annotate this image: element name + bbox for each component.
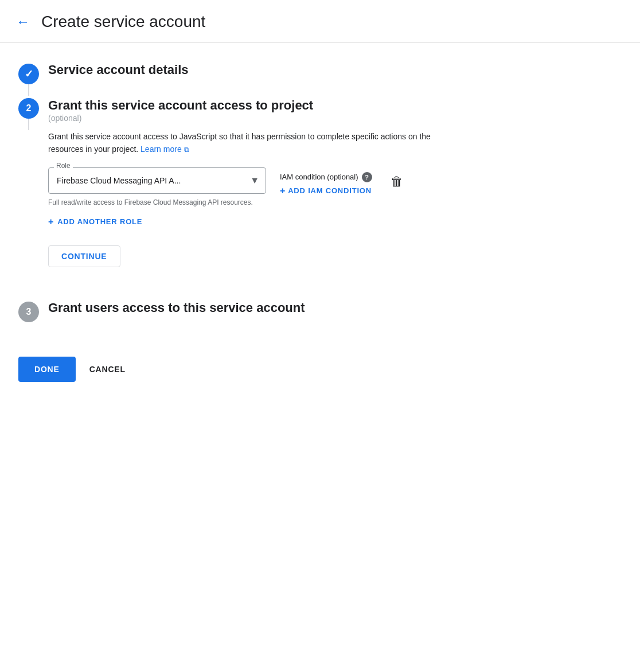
step1-title: Service account details: [48, 62, 189, 77]
step2-row: 2 Grant this service account access to p…: [18, 96, 622, 299]
role-description: Full read/write access to Firebase Cloud…: [48, 197, 255, 208]
cancel-label: CANCEL: [89, 365, 126, 374]
role-label: Role: [54, 162, 73, 170]
step1-title-area: Service account details: [48, 61, 189, 77]
add-iam-label: ADD IAM CONDITION: [288, 186, 372, 195]
iam-condition-label: IAM condition (optional): [280, 173, 358, 181]
page-title: Create service account: [41, 13, 205, 31]
step3-number: 3: [26, 307, 32, 317]
checkmark-icon: ✓: [25, 68, 33, 80]
bottom-buttons: DONE CANCEL: [0, 343, 640, 396]
step3-title: Grant users access to this service accou…: [48, 300, 305, 315]
step2-indicator: 2: [18, 98, 39, 119]
step2-title: Grant this service account access to pro…: [48, 98, 313, 112]
main-content: ✓ Service account details 2 Grant this s…: [0, 43, 640, 343]
help-icon[interactable]: ?: [362, 172, 372, 182]
external-link-icon: ⧉: [184, 146, 189, 154]
plus-icon: +: [280, 186, 286, 196]
step2-description: Grant this service account access to Jav…: [48, 130, 450, 156]
step2-number: 2: [26, 103, 32, 114]
add-role-plus-icon: +: [48, 217, 54, 227]
step3-indicator: 3: [18, 302, 39, 322]
cancel-button[interactable]: CANCEL: [89, 365, 126, 374]
role-select[interactable]: Firebase Cloud Messaging API A...: [48, 167, 266, 194]
continue-button[interactable]: CONTINUE: [48, 245, 120, 267]
add-role-label: ADD ANOTHER ROLE: [57, 217, 142, 226]
step2-optional: (optional): [48, 114, 81, 123]
role-select-wrapper: Role Firebase Cloud Messaging API A... ▼: [48, 167, 266, 194]
step1-row: ✓ Service account details: [18, 61, 622, 96]
add-iam-condition-button[interactable]: + ADD IAM CONDITION: [280, 186, 372, 196]
done-label: DONE: [34, 365, 60, 374]
step2-connector-line: [28, 119, 29, 130]
step2-connector-col: 2: [18, 96, 39, 130]
done-button[interactable]: DONE: [18, 357, 76, 382]
header: ← Create service account: [0, 0, 640, 43]
back-button[interactable]: ←: [14, 11, 32, 32]
step2-heading: Grant this service account access to pro…: [48, 96, 622, 123]
step3-title-area: Grant users access to this service accou…: [48, 299, 305, 315]
role-column: Role Firebase Cloud Messaging API A... ▼…: [48, 167, 266, 208]
iam-condition-header: IAM condition (optional) ?: [280, 172, 372, 182]
add-another-role-button[interactable]: + ADD ANOTHER ROLE: [48, 217, 142, 227]
iam-condition-column: IAM condition (optional) ? + ADD IAM CON…: [280, 167, 372, 196]
learn-more-link[interactable]: Learn more ⧉: [141, 144, 189, 154]
trash-icon: 🗑: [391, 174, 403, 189]
step1-connector-line: [28, 84, 29, 96]
step3-connector-col: 3: [18, 299, 39, 322]
delete-role-button[interactable]: 🗑: [386, 170, 408, 194]
step3-row: 3 Grant users access to this service acc…: [18, 299, 622, 322]
role-iam-row: Role Firebase Cloud Messaging API A... ▼…: [48, 167, 622, 208]
step1-connector-col: ✓: [18, 61, 39, 96]
step2-content: Grant this service account access to pro…: [48, 96, 622, 299]
continue-label: CONTINUE: [61, 252, 107, 261]
step1-indicator: ✓: [18, 64, 39, 84]
